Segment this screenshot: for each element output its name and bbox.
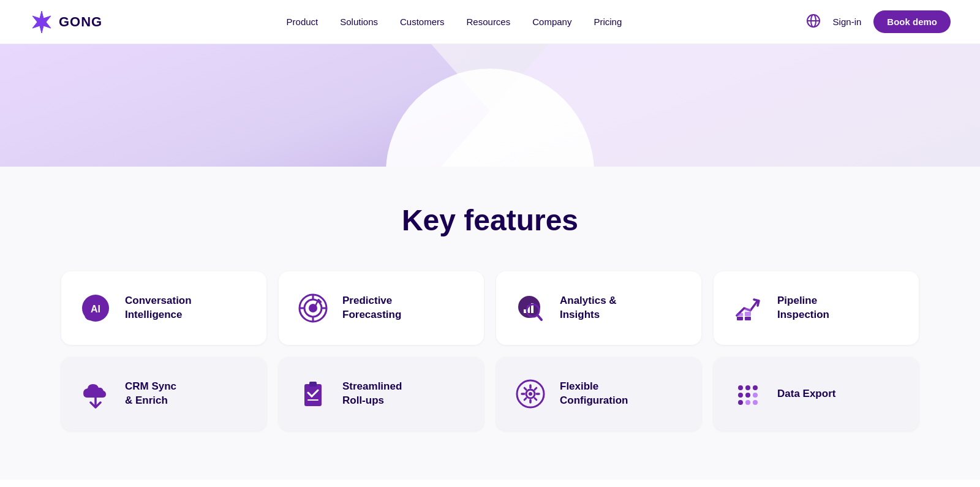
feature-card-data-export[interactable]: Data Export (714, 357, 919, 431)
feature-card-crm-sync[interactable]: CRM Sync & Enrich (61, 357, 266, 431)
conversation-intelligence-label: Conversation Intelligence (125, 294, 192, 322)
svg-point-41 (738, 385, 743, 390)
crm-sync-label: CRM Sync & Enrich (125, 380, 176, 408)
svg-line-17 (538, 315, 541, 320)
navbar: GONG Product Solutions Customers Resourc… (0, 0, 980, 44)
analytics-insights-label: Analytics & Insights (560, 294, 617, 322)
svg-point-42 (745, 385, 750, 390)
dots-grid-icon (733, 379, 763, 409)
svg-point-32 (529, 392, 532, 396)
predictive-forecasting-label: Predictive Forecasting (342, 294, 401, 322)
pipeline-inspection-label: Pipeline Inspection (777, 294, 829, 322)
target-icon (298, 293, 328, 323)
svg-rect-20 (737, 313, 743, 316)
main-content: Key features AI Conversation Intelligenc… (0, 167, 980, 480)
svg-point-46 (753, 393, 758, 398)
nav-item-company[interactable]: Company (532, 17, 571, 27)
pipeline-inspection-icon-wrap (731, 291, 765, 325)
flexible-configuration-icon-wrap (513, 377, 548, 411)
svg-line-37 (524, 388, 526, 390)
svg-text:AI: AI (91, 304, 100, 314)
gong-logo-icon (29, 10, 54, 34)
svg-point-43 (753, 385, 758, 390)
feature-card-pipeline-inspection[interactable]: Pipeline Inspection (714, 271, 919, 345)
nav-item-solutions[interactable]: Solutions (340, 17, 378, 27)
logo[interactable]: GONG (29, 10, 102, 34)
svg-line-40 (524, 398, 526, 400)
nav-item-customers[interactable]: Customers (400, 17, 445, 27)
svg-point-45 (745, 393, 750, 398)
svg-point-48 (745, 400, 750, 405)
book-demo-button[interactable]: Book demo (873, 10, 951, 33)
streamlined-rollups-icon-wrap (296, 377, 330, 411)
svg-point-47 (738, 400, 743, 405)
nav-right: Sign-in Book demo (806, 10, 951, 33)
nav-links: Product Solutions Customers Resources Co… (287, 17, 622, 27)
data-export-label: Data Export (777, 387, 835, 401)
svg-rect-14 (524, 309, 526, 313)
data-export-icon-wrap (731, 377, 765, 411)
logo-text: GONG (59, 14, 102, 30)
svg-rect-26 (309, 382, 317, 387)
svg-rect-23 (745, 308, 751, 311)
streamlined-rollups-label: Streamlined Roll-ups (342, 380, 402, 408)
predictive-forecasting-icon-wrap (296, 291, 330, 325)
section-title: Key features (49, 203, 931, 237)
globe-icon[interactable] (806, 13, 821, 31)
feature-card-predictive-forecasting[interactable]: Predictive Forecasting (279, 271, 484, 345)
crm-sync-icon-wrap (78, 377, 113, 411)
nav-item-product[interactable]: Product (287, 17, 318, 27)
features-grid: AI Conversation Intelligence (61, 271, 919, 431)
conversation-intelligence-icon-wrap: AI (78, 291, 113, 325)
sign-in-link[interactable]: Sign-in (833, 17, 862, 27)
svg-rect-19 (737, 317, 743, 320)
svg-line-39 (535, 388, 537, 390)
analytics-insights-icon-wrap (513, 291, 548, 325)
nav-item-resources[interactable]: Resources (467, 17, 511, 27)
nav-item-pricing[interactable]: Pricing (594, 17, 622, 27)
feature-card-streamlined-rollups[interactable]: Streamlined Roll-ups (279, 357, 484, 431)
chart-search-icon (516, 293, 545, 323)
clipboard-check-icon (298, 379, 328, 409)
feature-card-flexible-configuration[interactable]: Flexible Configuration (496, 357, 701, 431)
feature-card-conversation-intelligence[interactable]: AI Conversation Intelligence (61, 271, 266, 345)
ai-chat-icon: AI (81, 293, 110, 323)
svg-rect-22 (745, 312, 751, 316)
flexible-configuration-label: Flexible Configuration (560, 380, 628, 408)
svg-line-38 (535, 398, 537, 400)
gear-circle-icon (516, 379, 545, 409)
svg-rect-21 (745, 317, 751, 320)
svg-marker-0 (32, 11, 51, 33)
hero-banner (0, 44, 980, 167)
pipeline-chart-icon (733, 293, 763, 323)
svg-point-49 (753, 400, 758, 405)
feature-card-analytics-insights[interactable]: Analytics & Insights (496, 271, 701, 345)
cloud-download-icon (81, 379, 110, 409)
svg-point-44 (738, 393, 743, 398)
